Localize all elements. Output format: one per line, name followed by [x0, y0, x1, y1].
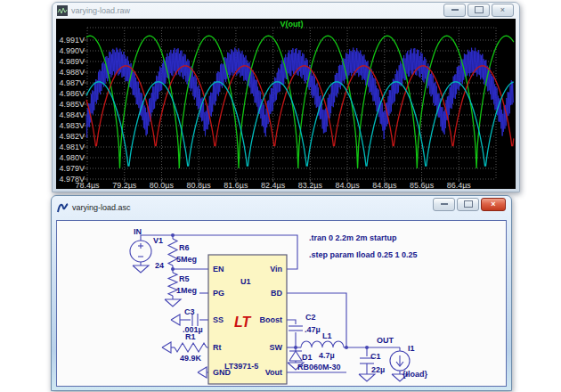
svg-text:4.987V: 4.987V [59, 78, 85, 87]
svg-text:84.0µs: 84.0µs [335, 181, 360, 189]
close-button[interactable]: × [481, 198, 506, 211]
svg-text:78.4µs: 78.4µs [75, 181, 100, 189]
waveform-window[interactable]: varying-load.raw × 4.991V4.990V4.989V4.9… [52, 2, 520, 192]
maximize-icon [475, 6, 484, 13]
ltspice-schematic-icon [56, 201, 69, 214]
svg-text:5Meg: 5Meg [176, 255, 197, 264]
svg-text:4.983V: 4.983V [59, 121, 85, 130]
schematic-window[interactable]: varying-load.asc × ENPGSSRtGNDVinBDBoost… [51, 195, 512, 391]
svg-text:D1: D1 [302, 353, 313, 362]
schematic-window-titlebar[interactable]: varying-load.asc × [52, 196, 511, 219]
maximize-icon [464, 200, 473, 208]
close-icon: × [491, 200, 495, 208]
svg-text:4.984V: 4.984V [59, 110, 85, 119]
svg-text:LT: LT [234, 314, 252, 330]
svg-text:V(out): V(out) [280, 20, 304, 29]
svg-text:OUT: OUT [377, 336, 394, 345]
svg-text:4.982V: 4.982V [59, 132, 85, 141]
close-icon: × [500, 5, 505, 14]
svg-text:4.979V: 4.979V [59, 164, 85, 173]
svg-text:V1: V1 [153, 236, 163, 245]
svg-text:24: 24 [155, 261, 164, 270]
svg-text:U1: U1 [240, 277, 251, 286]
svg-text:SS: SS [213, 315, 224, 324]
svg-text:4.990V: 4.990V [59, 46, 85, 55]
svg-text:LT3971-5: LT3971-5 [224, 362, 258, 371]
svg-text:Vin: Vin [270, 265, 282, 274]
waveform-file-icon [57, 5, 68, 16]
svg-text:4.988V: 4.988V [59, 68, 85, 77]
svg-text:IN: IN [134, 227, 142, 236]
minimize-button[interactable] [433, 198, 455, 211]
svg-text:4.989V: 4.989V [59, 57, 85, 66]
svg-text:49.9K: 49.9K [180, 354, 202, 363]
close-button[interactable]: × [492, 4, 514, 17]
svg-text:{Iload}: {Iload} [402, 370, 428, 379]
svg-text:80.8µs: 80.8µs [187, 181, 212, 189]
svg-text:I1: I1 [408, 344, 415, 353]
svg-text:4.980V: 4.980V [59, 153, 85, 162]
svg-text:22µ: 22µ [371, 365, 385, 374]
svg-text:4.991V: 4.991V [59, 36, 85, 45]
svg-text:R6: R6 [179, 243, 190, 252]
schematic-canvas[interactable]: ENPGSSRtGNDVinBDBoostSWVoutLTINV124R65Me… [56, 220, 507, 387]
svg-text:4.981V: 4.981V [59, 143, 85, 151]
svg-text:82.4µs: 82.4µs [261, 181, 286, 189]
svg-text:BD: BD [271, 289, 282, 298]
svg-text:Vout: Vout [265, 368, 282, 377]
svg-text:79.2µs: 79.2µs [112, 181, 137, 189]
svg-text:.47µ: .47µ [305, 325, 321, 334]
svg-text:SW: SW [270, 343, 283, 352]
minimize-icon [451, 9, 459, 11]
svg-text:83.2µs: 83.2µs [298, 181, 323, 189]
svg-text:L1: L1 [322, 331, 332, 340]
svg-text:R1: R1 [185, 332, 196, 341]
svg-text:4.985V: 4.985V [59, 100, 85, 109]
waveform-plot-pane[interactable]: 4.991V4.990V4.989V4.988V4.987V4.986V4.98… [56, 19, 516, 189]
svg-text:C1: C1 [370, 352, 381, 361]
svg-text:RB060M-30: RB060M-30 [297, 363, 341, 372]
waveform-window-titlebar[interactable]: varying-load.raw × [53, 3, 519, 19]
window-title: varying-load.raw [71, 6, 443, 15]
svg-text:86.4µs: 86.4µs [447, 181, 472, 189]
svg-text:PG: PG [213, 289, 224, 298]
svg-text:.step param Iload 0.25 1 0.25: .step param Iload 0.25 1 0.25 [309, 250, 418, 259]
maximize-button[interactable] [457, 198, 479, 211]
svg-text:80.0µs: 80.0µs [150, 181, 175, 189]
svg-text:84.8µs: 84.8µs [372, 181, 397, 189]
svg-text:1Meg: 1Meg [176, 286, 197, 295]
svg-text:4.7µ: 4.7µ [319, 351, 335, 360]
window-title: varying-load.asc [72, 203, 433, 212]
schematic-drawing: ENPGSSRtGNDVinBDBoostSWVoutLTINV124R65Me… [57, 221, 506, 386]
svg-text:Boost: Boost [260, 315, 283, 324]
minimize-icon [441, 203, 448, 205]
minimize-button[interactable] [443, 4, 466, 17]
svg-text:4.986V: 4.986V [59, 89, 85, 98]
svg-text:C2: C2 [305, 313, 316, 322]
svg-text:.tran 0 2.2m 2m startup: .tran 0 2.2m 2m startup [309, 233, 397, 242]
svg-text:R5: R5 [179, 274, 190, 283]
svg-text:EN: EN [213, 265, 224, 274]
svg-text:C3: C3 [184, 307, 195, 316]
svg-text:81.6µs: 81.6µs [224, 181, 248, 189]
waveform-chart: 4.991V4.990V4.989V4.988V4.987V4.986V4.98… [56, 19, 516, 189]
desktop: { "plot_window": { "title": "varying-loa… [0, 0, 561, 392]
svg-text:Rt: Rt [213, 343, 222, 352]
maximize-button[interactable] [467, 4, 490, 17]
svg-text:85.6µs: 85.6µs [410, 181, 435, 189]
